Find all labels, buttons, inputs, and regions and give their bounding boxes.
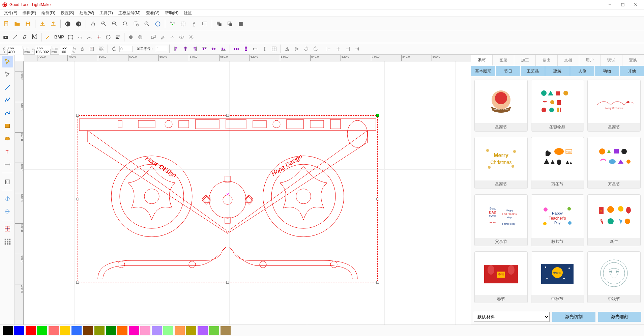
- array-rect-tool[interactable]: [2, 223, 13, 234]
- snap-end-button[interactable]: [353, 45, 361, 53]
- minimize-button[interactable]: [604, 0, 616, 9]
- bmp-label[interactable]: BMP: [53, 34, 65, 39]
- color-swatch[interactable]: [175, 326, 185, 335]
- same-height-button[interactable]: [260, 45, 269, 53]
- hatchfill-button[interactable]: [136, 33, 145, 41]
- color-swatch[interactable]: [37, 326, 47, 335]
- laser-cut-button[interactable]: 激光切割: [552, 312, 595, 322]
- snap-right-button[interactable]: [343, 45, 352, 53]
- design-artwork[interactable]: Hope Design Hope Design: [78, 115, 378, 282]
- fill-button[interactable]: [126, 33, 135, 41]
- color-swatch[interactable]: [3, 326, 13, 335]
- pan-button[interactable]: [88, 19, 98, 29]
- tab-transform[interactable]: 变换: [622, 55, 644, 66]
- same-width-button[interactable]: [251, 45, 260, 53]
- align-bottom-button[interactable]: [219, 45, 228, 53]
- menu-community[interactable]: 社区: [181, 9, 195, 17]
- color-swatch[interactable]: [129, 326, 139, 335]
- layer-tool-3[interactable]: [236, 19, 246, 29]
- menu-settings[interactable]: 设置(S): [58, 9, 77, 17]
- asset-card[interactable]: Merry Christmas圣诞节: [474, 80, 528, 132]
- canvas-workspace[interactable]: ×: [24, 61, 471, 325]
- snap-left-button[interactable]: [324, 45, 333, 53]
- color-swatch[interactable]: [83, 326, 93, 335]
- camera-capture-button[interactable]: [1, 33, 10, 41]
- asset-card[interactable]: 万圣节: [587, 137, 641, 189]
- import-button[interactable]: [37, 19, 48, 29]
- cat-holiday[interactable]: 节日: [496, 66, 520, 76]
- menu-tools[interactable]: 工具(T): [97, 9, 115, 17]
- menu-draw[interactable]: 绘制(D): [39, 9, 58, 17]
- asset-card[interactable]: 中秋节: [587, 251, 641, 303]
- m-mode-label[interactable]: M: [30, 33, 39, 40]
- color-swatch[interactable]: [71, 326, 82, 335]
- curve-tool[interactable]: [2, 107, 13, 119]
- color-swatch[interactable]: [152, 326, 162, 335]
- asset-card[interactable]: 中秋節中秋节: [531, 251, 584, 303]
- line-tool[interactable]: [2, 82, 13, 93]
- save-file-button[interactable]: [23, 19, 33, 29]
- align-hcenter-button[interactable]: [181, 45, 190, 53]
- scaley-input[interactable]: [59, 49, 71, 55]
- asset-card[interactable]: 福新年: [587, 194, 641, 246]
- asset-card[interactable]: Merry Christmas圣诞节: [587, 80, 641, 132]
- skew-button[interactable]: [20, 33, 29, 41]
- maximize-button[interactable]: [616, 0, 629, 9]
- color-swatch[interactable]: [106, 326, 116, 335]
- vector-edit-button[interactable]: [11, 33, 20, 41]
- preview-button[interactable]: [177, 33, 186, 41]
- menu-view[interactable]: 查看(V): [143, 9, 162, 17]
- color-swatch[interactable]: [209, 326, 219, 335]
- polyline-tool[interactable]: [2, 94, 13, 106]
- lock-aspect-button[interactable]: [78, 45, 87, 53]
- dist-h-button[interactable]: [232, 45, 241, 53]
- zoom-in-button[interactable]: [99, 19, 109, 29]
- delete-tool[interactable]: [2, 176, 13, 187]
- menu-process[interactable]: 处理(W): [77, 9, 97, 17]
- arc-button[interactable]: [85, 33, 94, 41]
- array-grid-tool[interactable]: [2, 236, 13, 247]
- asset-card[interactable]: MerryChristmas圣诞节: [474, 137, 528, 189]
- pencil-button[interactable]: [43, 33, 52, 41]
- menu-board[interactable]: 主板型号(M): [116, 9, 143, 17]
- laser-engrave-button[interactable]: 激光雕刻: [598, 312, 641, 322]
- snap-center-button[interactable]: [334, 45, 343, 53]
- tab-process[interactable]: 加工: [514, 55, 536, 66]
- asset-card[interactable]: 春节春节: [474, 251, 528, 303]
- frame-button[interactable]: [178, 19, 188, 29]
- weld-button[interactable]: [149, 33, 158, 41]
- position-button[interactable]: [189, 19, 199, 29]
- dimension-tool[interactable]: [2, 159, 13, 170]
- text-button[interactable]: [113, 33, 122, 41]
- ellipse-tool[interactable]: [2, 133, 13, 144]
- zoom-fit-button[interactable]: [120, 19, 130, 29]
- mirror-h-tool[interactable]: [2, 193, 13, 204]
- align-right-button[interactable]: [191, 45, 199, 53]
- cat-portrait[interactable]: 人像: [570, 66, 595, 76]
- tab-debug[interactable]: 调试: [601, 55, 622, 66]
- color-swatch[interactable]: [198, 326, 208, 335]
- asset-card[interactable]: Happy万圣节: [531, 137, 584, 189]
- tab-material[interactable]: 素材: [471, 55, 493, 66]
- zoom-out-button[interactable]: [110, 19, 120, 29]
- mirror-v-tool[interactable]: [2, 206, 13, 217]
- export-button[interactable]: [48, 19, 58, 29]
- layer-tool-2[interactable]: [225, 19, 235, 29]
- zoom-page-button[interactable]: [153, 19, 163, 29]
- camera-tool-button[interactable]: [167, 19, 177, 29]
- tab-document[interactable]: 文档: [558, 55, 579, 66]
- eraser-button[interactable]: [158, 33, 167, 41]
- asset-card[interactable]: 圣诞物品: [531, 80, 584, 132]
- material-select[interactable]: 默认材料: [474, 312, 550, 322]
- color-swatch[interactable]: [163, 326, 173, 335]
- color-swatch[interactable]: [14, 326, 24, 335]
- align-vcenter-button[interactable]: [209, 45, 218, 53]
- dist-v-button[interactable]: [241, 45, 250, 53]
- snap-button[interactable]: [94, 33, 103, 41]
- cat-other[interactable]: 其他: [620, 66, 644, 76]
- new-file-button[interactable]: [1, 19, 11, 29]
- settings-gear-button[interactable]: [187, 33, 196, 41]
- select-tool[interactable]: [2, 56, 13, 67]
- align-left-button[interactable]: [172, 45, 180, 53]
- tab-layer[interactable]: 图层: [493, 55, 514, 66]
